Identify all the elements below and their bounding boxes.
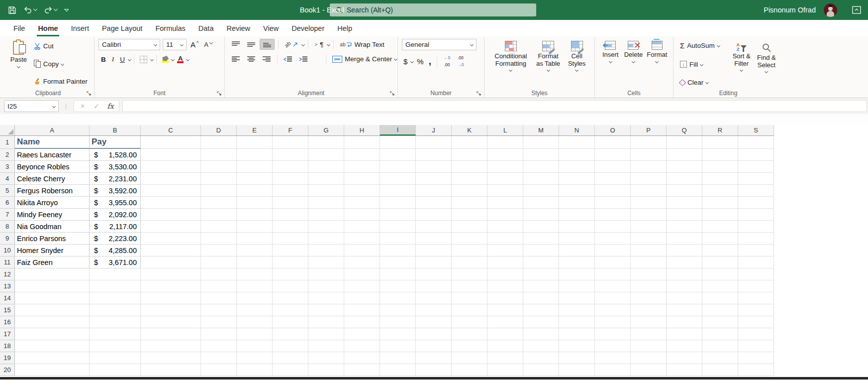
- cell-G12[interactable]: [308, 268, 344, 280]
- borders-dropdown-icon[interactable]: [150, 57, 154, 61]
- cell-A5[interactable]: Fergus Roberson: [15, 185, 90, 197]
- cell-R11[interactable]: [702, 256, 738, 268]
- cell-R2[interactable]: [702, 149, 738, 161]
- cell-D5[interactable]: [201, 185, 237, 197]
- cell-O4[interactable]: [595, 173, 631, 185]
- cell-Q2[interactable]: [667, 149, 702, 161]
- column-header-C[interactable]: C: [141, 125, 201, 135]
- cell-J14[interactable]: [416, 292, 452, 304]
- cell-H3[interactable]: [344, 161, 380, 173]
- cell-C11[interactable]: [141, 256, 201, 268]
- cell-E8[interactable]: [237, 221, 273, 233]
- paste-button[interactable]: Paste: [6, 39, 31, 89]
- cell-A14[interactable]: [15, 292, 90, 304]
- cell-D14[interactable]: [201, 292, 237, 304]
- cell-L7[interactable]: [487, 209, 523, 221]
- alignment-dialog-launcher-icon[interactable]: [390, 91, 395, 97]
- clear-button[interactable]: Clear: [677, 77, 729, 88]
- cell-A7[interactable]: Mindy Feeney: [15, 209, 90, 221]
- font-color-dropdown-icon[interactable]: [186, 57, 190, 61]
- cell-P15[interactable]: [631, 304, 667, 316]
- cell-H19[interactable]: [344, 352, 380, 364]
- cell-K19[interactable]: [452, 352, 487, 364]
- cell-O12[interactable]: [595, 268, 631, 280]
- cell-S9[interactable]: [738, 233, 774, 245]
- cell-E7[interactable]: [237, 209, 273, 221]
- align-left-button[interactable]: [229, 54, 243, 64]
- conditional-formatting-dropdown-icon[interactable]: [509, 68, 512, 72]
- name-box[interactable]: I25: [4, 100, 59, 112]
- row-header-4[interactable]: 4: [0, 173, 15, 185]
- cell-S18[interactable]: [738, 340, 774, 352]
- cell-Q19[interactable]: [667, 352, 702, 364]
- cell-I15[interactable]: [380, 304, 416, 316]
- format-painter-button[interactable]: Format Painter: [31, 76, 90, 87]
- cell-E18[interactable]: [237, 340, 273, 352]
- cell-A10[interactable]: Homer Snyder: [15, 245, 90, 256]
- cell-S1[interactable]: [738, 136, 774, 149]
- cell-K5[interactable]: [452, 185, 487, 197]
- tab-formulas[interactable]: Formulas: [149, 20, 192, 36]
- cell-S14[interactable]: [738, 292, 774, 304]
- cell-N13[interactable]: [559, 280, 595, 292]
- find-select-button[interactable]: Find & Select: [754, 41, 779, 89]
- cell-H12[interactable]: [344, 268, 380, 280]
- cell-O18[interactable]: [595, 340, 631, 352]
- cell-S10[interactable]: [738, 245, 774, 256]
- cell-M3[interactable]: [523, 161, 559, 173]
- cell-E11[interactable]: [237, 256, 273, 268]
- cell-K2[interactable]: [452, 149, 487, 161]
- tab-file[interactable]: File: [7, 20, 31, 36]
- cell-A11[interactable]: Faiz Green: [15, 256, 90, 268]
- delete-dropdown-icon[interactable]: [632, 60, 635, 63]
- cell-N8[interactable]: [559, 221, 595, 233]
- cell-B6[interactable]: $3,955.00: [90, 197, 141, 209]
- cell-M16[interactable]: [523, 316, 559, 328]
- cell-L5[interactable]: [487, 185, 523, 197]
- cell-I13[interactable]: [380, 280, 416, 292]
- tab-insert[interactable]: Insert: [65, 20, 96, 36]
- cell-A17[interactable]: [15, 328, 90, 340]
- cell-C14[interactable]: [141, 292, 201, 304]
- find-select-dropdown-icon[interactable]: [765, 70, 768, 73]
- clipboard-dialog-launcher-icon[interactable]: [87, 91, 92, 97]
- cell-H11[interactable]: [344, 256, 380, 268]
- cell-G2[interactable]: [308, 149, 344, 161]
- tab-view[interactable]: View: [257, 20, 285, 36]
- cell-E9[interactable]: [237, 233, 273, 245]
- cell-D8[interactable]: [201, 221, 237, 233]
- cell-D15[interactable]: [201, 304, 237, 316]
- comma-format-button[interactable]: ,: [427, 56, 433, 67]
- cell-L3[interactable]: [487, 161, 523, 173]
- cell-M14[interactable]: [523, 292, 559, 304]
- cell-I6[interactable]: [380, 197, 416, 209]
- cell-S19[interactable]: [738, 352, 774, 364]
- cell-L10[interactable]: [487, 245, 523, 256]
- cell-M10[interactable]: [523, 245, 559, 256]
- cell-B11[interactable]: $3,671.00: [90, 256, 141, 268]
- cell-M19[interactable]: [523, 352, 559, 364]
- font-size-combo[interactable]: 11: [163, 39, 187, 50]
- text-direction-dropdown-icon[interactable]: [327, 42, 330, 46]
- cell-A8[interactable]: Nia Goodman: [15, 221, 90, 233]
- cell-S7[interactable]: [738, 209, 774, 221]
- cell-L2[interactable]: [487, 149, 523, 161]
- cell-J18[interactable]: [416, 340, 452, 352]
- cell-M4[interactable]: [523, 173, 559, 185]
- cell-F1[interactable]: [273, 136, 308, 149]
- cell-B4[interactable]: $2,231.00: [90, 173, 141, 185]
- cell-P16[interactable]: [631, 316, 667, 328]
- cell-E10[interactable]: [237, 245, 273, 256]
- save-button[interactable]: [8, 6, 16, 14]
- cell-K8[interactable]: [452, 221, 487, 233]
- cell-I16[interactable]: [380, 316, 416, 328]
- format-dropdown-icon[interactable]: [655, 60, 659, 63]
- cell-K9[interactable]: [452, 233, 487, 245]
- row-header-19[interactable]: 19: [0, 352, 15, 364]
- align-bottom-button[interactable]: [260, 39, 275, 50]
- cell-M11[interactable]: [523, 256, 559, 268]
- fill-color-button[interactable]: [160, 56, 171, 63]
- percent-format-button[interactable]: %: [415, 57, 425, 66]
- increase-font-size-button[interactable]: A^: [189, 40, 200, 49]
- cell-N20[interactable]: [559, 364, 595, 376]
